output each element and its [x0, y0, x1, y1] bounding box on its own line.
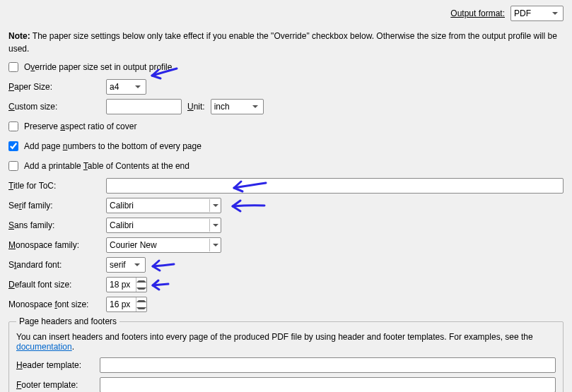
page-numbers-label: Add page numbers to the bottom of every …	[24, 141, 202, 151]
headers-footers-group: Page headers and footers You can insert …	[8, 316, 564, 392]
chevron-down-icon	[132, 259, 143, 271]
headers-footers-desc: You can insert headers and footers into …	[16, 332, 556, 352]
chevron-down-icon	[209, 199, 221, 212]
monospace-family-label: Monospace family:	[8, 240, 100, 250]
standard-font-select[interactable]: serif	[106, 257, 146, 273]
printable-toc-checkbox[interactable]	[8, 161, 18, 171]
paper-size-label: Paper Size:	[8, 82, 100, 92]
spinner-arrows[interactable]	[136, 297, 146, 311]
footer-template-input[interactable]	[100, 377, 556, 392]
documentation-link[interactable]: documentation	[16, 342, 72, 352]
standard-font-label: Standard font:	[8, 260, 100, 270]
unit-label: Unit:	[187, 102, 205, 112]
title-toc-label: Title for ToC:	[8, 181, 100, 191]
preserve-aspect-label: Preserve aspect ratio of cover	[24, 121, 136, 131]
sans-family-combo[interactable]	[106, 218, 221, 233]
serif-family-label: Serif family:	[8, 201, 100, 210]
serif-family-combo[interactable]	[106, 198, 221, 213]
custom-size-label: Custom size:	[8, 102, 100, 112]
chevron-down-icon	[209, 219, 221, 232]
override-paper-size-checkbox[interactable]	[8, 62, 18, 72]
chevron-down-icon	[549, 7, 561, 20]
output-format-select[interactable]: PDF	[510, 6, 564, 21]
override-paper-size-label: Override paper size set in output profil…	[24, 62, 172, 72]
sans-family-label: Sans family:	[8, 220, 100, 230]
monospace-font-size-label: Monospace font size:	[8, 299, 100, 309]
note-text: Note: The paper size settings below only…	[8, 30, 564, 55]
header-template-label: Header template:	[16, 360, 94, 370]
title-toc-input[interactable]	[106, 178, 564, 194]
footer-template-label: Footer template:	[16, 380, 94, 390]
headers-footers-legend: Page headers and footers	[16, 316, 119, 326]
page-numbers-checkbox[interactable]	[8, 141, 18, 151]
unit-select[interactable]: inch	[211, 99, 264, 114]
custom-size-input[interactable]	[106, 99, 182, 114]
chevron-down-icon	[250, 100, 261, 113]
header-template-input[interactable]	[100, 357, 556, 373]
spinner-arrows[interactable]	[136, 278, 146, 292]
printable-toc-label: Add a printable Table of Contents at the…	[24, 161, 189, 171]
chevron-down-icon	[132, 81, 144, 93]
monospace-font-size-spinner[interactable]: 16 px	[106, 297, 147, 312]
monospace-family-combo[interactable]	[106, 237, 221, 253]
paper-size-select[interactable]: a4	[106, 79, 146, 95]
output-format-label: Output format:	[450, 8, 505, 18]
chevron-down-icon	[209, 239, 221, 251]
preserve-aspect-checkbox[interactable]	[8, 121, 18, 131]
default-font-size-label: Default font size:	[8, 280, 100, 290]
default-font-size-spinner[interactable]: 18 px	[106, 277, 147, 292]
